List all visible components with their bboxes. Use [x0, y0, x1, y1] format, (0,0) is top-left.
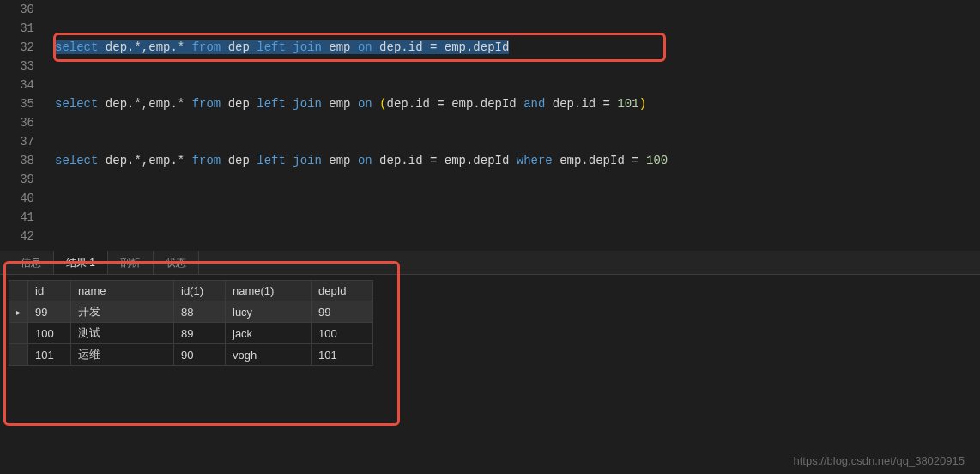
code-content[interactable] — [48, 57, 980, 76]
cell[interactable]: 101 — [28, 344, 71, 366]
code-content[interactable] — [48, 0, 980, 19]
line-number: 38 — [0, 151, 48, 170]
line-number: 36 — [0, 113, 48, 132]
line-number: 37 — [0, 132, 48, 151]
watermark: https://blog.csdn.net/qq_38020915 — [794, 454, 965, 467]
cell[interactable]: 99 — [28, 301, 71, 323]
code-line[interactable]: 30 — [0, 0, 980, 19]
tab[interactable]: 状态 — [154, 251, 199, 274]
row-indicator — [9, 344, 28, 366]
code-line[interactable]: 41 — [0, 208, 980, 227]
code-content[interactable] — [48, 19, 980, 38]
code-line[interactable]: 42 — [0, 227, 980, 237]
code-line[interactable]: 33 — [0, 57, 980, 76]
column-header[interactable]: id — [28, 281, 71, 301]
row-indicator-header — [9, 281, 28, 301]
result-table[interactable]: idnameid(1)name(1)depId▸99开发88lucy99100测… — [9, 280, 373, 366]
table-row[interactable]: ▸99开发88lucy99 — [9, 301, 373, 323]
column-header[interactable]: depId — [312, 281, 373, 301]
result-panel: idnameid(1)name(1)depId▸99开发88lucy99100测… — [0, 275, 980, 371]
cell[interactable]: 88 — [174, 301, 226, 323]
cell[interactable]: 100 — [28, 323, 71, 344]
tab[interactable]: 信息 — [9, 251, 54, 274]
line-number: 39 — [0, 170, 48, 189]
cell[interactable]: lucy — [226, 301, 312, 323]
line-number: 35 — [0, 94, 48, 113]
cell[interactable]: 运维 — [71, 344, 174, 366]
table-row[interactable]: 100测试89jack100 — [9, 323, 373, 344]
row-indicator — [9, 323, 28, 344]
code-content[interactable] — [48, 113, 980, 132]
code-content[interactable] — [48, 76, 980, 94]
code-line[interactable]: 37 — [0, 132, 980, 151]
cell[interactable]: 测试 — [71, 323, 174, 344]
row-indicator: ▸ — [9, 301, 28, 323]
code-content[interactable]: select dep.*,emp.* from dep left join em… — [48, 38, 980, 57]
code-content[interactable]: select dep.*,emp.* from dep left join em… — [48, 151, 980, 170]
code-content[interactable] — [48, 208, 980, 227]
table-row[interactable]: 101运维90vogh101 — [9, 344, 373, 366]
code-line[interactable]: 40 — [0, 189, 980, 208]
code-line[interactable]: 32select dep.*,emp.* from dep left join … — [0, 38, 980, 57]
code-content[interactable] — [48, 189, 980, 208]
code-line[interactable]: 31 — [0, 19, 980, 38]
line-number: 30 — [0, 0, 48, 19]
code-content[interactable] — [48, 227, 980, 237]
cell[interactable]: vogh — [226, 344, 312, 366]
line-number: 40 — [0, 189, 48, 208]
code-editor[interactable]: 303132select dep.*,emp.* from dep left j… — [0, 0, 980, 237]
cell[interactable]: jack — [226, 323, 312, 344]
tab[interactable]: 剖析 — [108, 251, 154, 274]
cell[interactable]: 89 — [174, 323, 226, 344]
code-content[interactable] — [48, 170, 980, 189]
cell[interactable]: 90 — [174, 344, 226, 366]
code-content[interactable]: select dep.*,emp.* from dep left join em… — [48, 94, 980, 113]
cell[interactable]: 100 — [312, 323, 373, 344]
code-line[interactable]: 39 — [0, 170, 980, 189]
code-line[interactable]: 38select dep.*,emp.* from dep left join … — [0, 151, 980, 170]
line-number: 41 — [0, 208, 48, 227]
code-line[interactable]: 35select dep.*,emp.* from dep left join … — [0, 94, 980, 113]
tab[interactable]: 结果 1 — [54, 251, 108, 274]
cell[interactable]: 开发 — [71, 301, 174, 323]
line-number: 33 — [0, 57, 48, 76]
code-line[interactable]: 34 — [0, 76, 980, 94]
cell[interactable]: 101 — [312, 344, 373, 366]
code-content[interactable] — [48, 132, 980, 151]
result-tabs: 信息结果 1剖析状态 — [0, 251, 980, 275]
column-header[interactable]: name(1) — [226, 281, 312, 301]
column-header[interactable]: name — [71, 281, 174, 301]
line-number: 31 — [0, 19, 48, 38]
column-header[interactable]: id(1) — [174, 281, 226, 301]
code-line[interactable]: 36 — [0, 113, 980, 132]
line-number: 32 — [0, 38, 48, 57]
line-number: 42 — [0, 227, 48, 237]
line-number: 34 — [0, 76, 48, 94]
cell[interactable]: 99 — [312, 301, 373, 323]
